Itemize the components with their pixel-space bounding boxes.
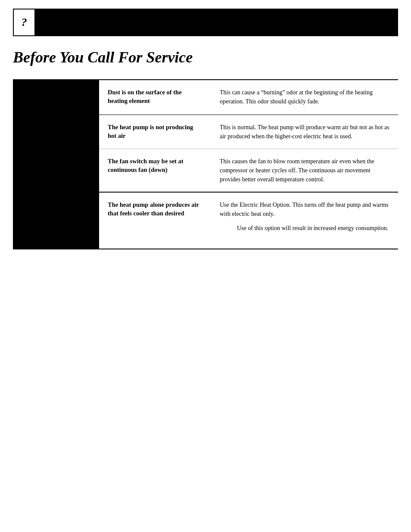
problem-text: The fan switch may be set at continuous … [99,149,211,192]
solution-text: This is normal. The heat pump will produ… [211,115,398,149]
solution-note: Use of this option will result in increa… [220,224,389,233]
table-row: Dust is on the surface of the heating el… [13,80,398,115]
table-row-group-2: The heat pump alone produces air that fe… [13,193,398,249]
problem-text: The heat pump is not producing hot air [99,115,211,149]
sub-row: The heat pump is not producing hot air T… [99,115,398,149]
header-black-bar [35,9,398,36]
solution-text: Use the Electric Heat Option. This turns… [211,193,398,240]
black-indicator [13,80,99,115]
main-content: Dust is on the surface of the heating el… [13,79,398,249]
sub-row: The heat pump alone produces air that fe… [99,193,398,240]
solution-text: This can cause a “burning” odor at the b… [211,80,398,115]
sub-row: The fan switch may be set at continuous … [99,149,398,192]
service-table: Dust is on the surface of the heating el… [13,79,398,249]
table-row-group-1: The heat pump is not producing hot air T… [13,115,398,193]
header: ? [13,9,398,36]
problem-text: The heat pump alone produces air that fe… [99,193,211,240]
black-indicator [13,115,99,192]
group-rows: The heat pump is not producing hot air T… [99,115,398,192]
solution-text: This causes the fan to blow room tempera… [211,149,398,192]
page-title: Before You Call For Service [13,48,398,66]
group-rows: The heat pump alone produces air that fe… [99,193,398,249]
black-indicator [13,193,99,249]
question-icon: ? [13,9,35,36]
problem-text: Dust is on the surface of the heating el… [99,80,211,115]
